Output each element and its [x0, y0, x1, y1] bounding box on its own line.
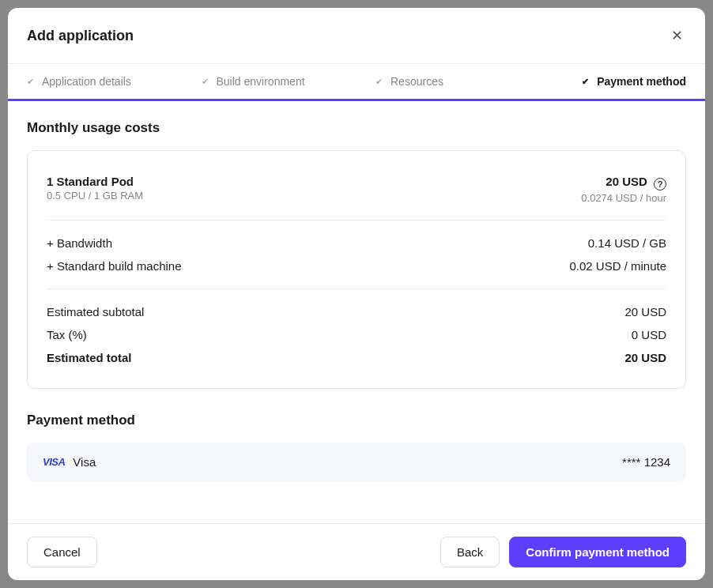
wizard-stepper: ✔ Application details ✔ Build environmen… [8, 64, 705, 101]
bandwidth-price: 0.14 USD / GB [588, 236, 666, 250]
step-label: Build environment [217, 75, 305, 88]
visa-logo-icon: VISA [43, 456, 65, 468]
modal-footer: Cancel Back Confirm payment method [8, 523, 705, 580]
card-brand: Visa [73, 455, 96, 469]
modal-header: Add application ✕ [8, 8, 705, 64]
check-icon: ✔ [27, 77, 34, 87]
check-icon: ✔ [375, 77, 383, 87]
cost-row-subtotal: Estimated subtotal 20 USD [47, 300, 666, 323]
step-application-details[interactable]: ✔ Application details [8, 64, 183, 99]
subtotal-label: Estimated subtotal [47, 305, 144, 318]
tax-label: Tax (%) [47, 328, 87, 341]
help-icon[interactable]: ? [654, 178, 666, 190]
back-button[interactable]: Back [440, 537, 500, 567]
cost-row-bandwidth: + Bandwidth 0.14 USD / GB [47, 232, 666, 254]
payment-heading: Payment method [27, 413, 686, 428]
pod-rate: 0.0274 USD / hour [581, 192, 666, 204]
pod-price: 20 USD [605, 175, 647, 188]
total-label: Estimated total [47, 351, 132, 364]
divider [47, 220, 666, 220]
step-build-environment[interactable]: ✔ Build environment [183, 64, 357, 99]
build-machine-label: + Standard build machine [47, 259, 182, 273]
cost-row-build-machine: + Standard build machine 0.02 USD / minu… [47, 254, 666, 277]
total-value: 20 USD [624, 351, 666, 364]
card-masked: **** 1234 [622, 455, 670, 469]
modal-body: Monthly usage costs 1 Standard Pod 0.5 C… [8, 101, 705, 523]
modal-title: Add application [27, 28, 134, 44]
cancel-button[interactable]: Cancel [27, 537, 97, 567]
cost-row-pod: 1 Standard Pod 0.5 CPU / 1 GB RAM 20 USD… [47, 170, 666, 209]
divider [47, 288, 666, 289]
step-payment-method[interactable]: ✔ Payment method [531, 64, 706, 99]
check-icon: ✔ [582, 77, 589, 87]
tax-value: 0 USD [632, 328, 666, 341]
pod-spec: 0.5 CPU / 1 GB RAM [47, 190, 143, 202]
pod-price-wrap: 20 USD ? [581, 175, 666, 190]
costs-card: 1 Standard Pod 0.5 CPU / 1 GB RAM 20 USD… [27, 150, 686, 389]
step-label: Payment method [597, 75, 686, 88]
step-label: Application details [42, 75, 131, 88]
close-button[interactable]: ✕ [668, 25, 686, 46]
build-machine-price: 0.02 USD / minute [569, 259, 666, 273]
add-application-modal: Add application ✕ ✔ Application details … [8, 8, 705, 580]
close-icon: ✕ [671, 28, 683, 43]
pod-title: 1 Standard Pod [47, 175, 143, 188]
payment-method-card[interactable]: VISA Visa **** 1234 [27, 443, 686, 481]
cost-row-tax: Tax (%) 0 USD [47, 323, 666, 346]
confirm-payment-button[interactable]: Confirm payment method [509, 537, 686, 567]
cost-row-total: Estimated total 20 USD [47, 346, 666, 369]
bandwidth-label: + Bandwidth [47, 236, 112, 250]
step-label: Resources [390, 75, 443, 88]
costs-heading: Monthly usage costs [27, 120, 686, 136]
check-icon: ✔ [202, 77, 209, 87]
step-resources[interactable]: ✔ Resources [356, 64, 531, 99]
subtotal-value: 20 USD [624, 305, 666, 318]
